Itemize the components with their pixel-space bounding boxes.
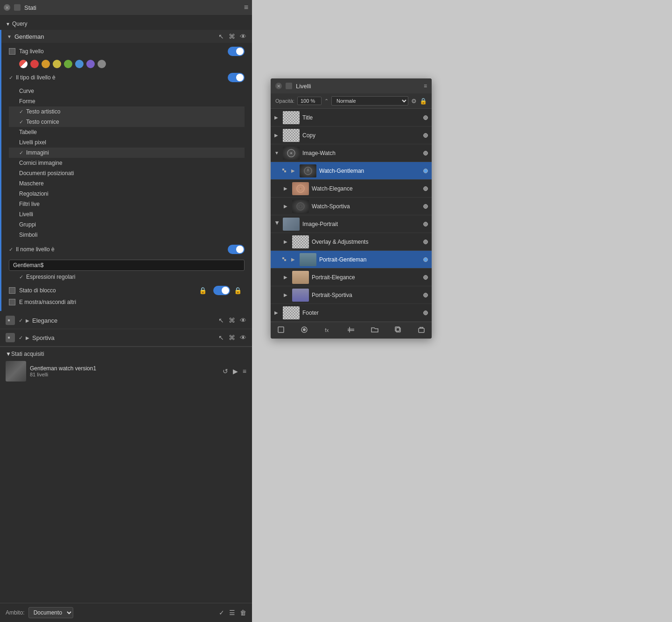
stato-blocco-toggle[interactable] [213,286,230,295]
stato-blocco-checkbox[interactable] [9,287,15,294]
layer-item-copy[interactable]: ▶ Copy [271,127,432,144]
list-item-testo-cornice[interactable]: ✓ Testo cornice [9,117,245,127]
undo-icon[interactable]: ↺ [223,368,228,375]
list-item-regolazioni[interactable]: Regolazioni [9,189,245,199]
opacity-input[interactable] [297,97,322,105]
bottom-delete[interactable]: 🗑 [240,609,246,616]
list-item-immagini[interactable]: ✓ Immagini [9,148,245,158]
layer-item-watch-elegance[interactable]: ▶ Watch-Elegance [271,180,432,198]
tag-livello-toggle[interactable] [228,47,245,56]
list-item-maschere[interactable]: Maschere [9,178,245,189]
layer-expand-footer[interactable]: ▶ [274,310,280,315]
color-dot-orange[interactable] [42,60,50,68]
color-dot-gray[interactable] [98,60,106,68]
list-item-tabelle[interactable]: Tabelle [9,127,245,137]
bottom-action-2[interactable]: ☰ [229,609,235,616]
layer-dot-copy [423,133,428,138]
layer-expand-watch-gentleman[interactable]: ▶ [291,168,297,173]
blend-btn[interactable] [345,325,357,336]
tag-livello-checkbox[interactable] [9,48,15,55]
list-item-filtri-live[interactable]: Filtri live [9,199,245,209]
immagini-check: ✓ [19,150,23,156]
panel-header: ✕ Stati ≡ [0,0,252,15]
close-button[interactable]: ✕ [4,4,10,11]
layer-expand-image-watch[interactable]: ▼ [274,150,280,156]
select-icon[interactable]: ↖ [218,33,224,40]
opacity-stepper[interactable]: ⌃ [324,98,329,104]
layer-item-portrait-elegance[interactable]: ▶ Portrait-Elegance [271,269,432,286]
layer-expand-copy[interactable]: ▶ [274,133,280,138]
layer-expand-watch-elegance[interactable]: ▶ [284,186,289,191]
ambito-select[interactable]: Documento [28,607,73,618]
gear-icon[interactable]: ⚙ [411,98,417,105]
layer-expand-title[interactable]: ▶ [274,115,280,120]
layer-item-watch-gentleman[interactable]: ▶ Watch-Gentleman [271,162,432,180]
layers-menu-icon[interactable]: ≡ [424,83,427,89]
elegance-query-item[interactable]: ✓ ▶ Elegance ↖ ⌘ 👁 [0,312,252,329]
bottom-action-1[interactable]: ✓ [219,609,224,616]
nome-livello-input[interactable] [9,260,245,271]
layer-item-image-watch[interactable]: ▼ Image-Watch [271,144,432,162]
layer-item-overlay[interactable]: ▶ Overlay & Adjustments [271,233,432,251]
layer-expand-portrait-gentleman[interactable]: ▶ [291,257,297,262]
duplicate-btn[interactable] [392,325,404,336]
color-dot-green[interactable] [64,60,72,68]
panel-menu-icon[interactable]: ≡ [244,3,248,12]
sportiva-query-item[interactable]: ✓ ▶ Sportiva ↖ ⌘ 👁 [0,329,252,346]
tipo-livello-label: Il tipo di livello è [16,74,228,81]
new-layer-btn[interactable] [275,325,287,336]
color-dot-striped[interactable] [19,60,28,68]
nome-livello-toggle[interactable] [228,245,245,254]
folder-btn[interactable] [369,325,380,336]
list-item-documenti[interactable]: Documenti posizionati [9,168,245,178]
color-dot-blue[interactable] [75,60,84,68]
list-item-simboli[interactable]: Simboli [9,230,245,240]
eye-icon[interactable]: 👁 [240,33,246,40]
layer-item-image-portrait[interactable]: ▶ Image-Portrait [271,215,432,233]
layer-expand-portrait-elegance[interactable]: ▶ [284,275,289,280]
menu-icon[interactable]: ≡ [243,368,246,375]
query-section-header[interactable]: ▼ Query [0,19,252,29]
fx-btn[interactable]: fx [322,325,333,336]
layer-item-title[interactable]: ▶ Title [271,109,432,127]
blend-select[interactable]: Normale [331,96,408,106]
bottom-bar: Ambito: Documento ✓ ☰ 🗑 [0,603,252,622]
layer-item-portrait-gentleman[interactable]: ▶ Portrait-Gentleman [271,251,432,269]
lock-icon[interactable]: 🔒 [420,98,427,105]
list-item-livelli-pixel[interactable]: Livelli pixel [9,137,245,148]
delete-btn[interactable] [416,325,427,336]
sportiva-eye-icon[interactable]: 👁 [240,334,246,341]
gentleman-header[interactable]: ▼ Gentleman ↖ ⌘ 👁 [1,30,252,43]
mostra-checkbox[interactable] [9,299,15,305]
layers-minimize-button[interactable] [286,83,292,89]
list-item-forme[interactable]: Forme [9,96,245,106]
layer-expand-watch-sportiva[interactable]: ▶ [284,204,289,209]
list-item-testo-artistico[interactable]: ✓ Testo artistico [9,106,245,117]
sportiva-select-icon[interactable]: ↖ [218,334,224,341]
elegance-link-icon[interactable]: ⌘ [229,317,235,324]
list-item-gruppi[interactable]: Gruppi [9,219,245,230]
list-item-immagini-label: Immagini [26,149,49,156]
layer-item-footer[interactable]: ▶ Footer [271,304,432,322]
layer-expand-overlay[interactable]: ▶ [284,239,289,244]
list-item-livelli[interactable]: Livelli [9,209,245,219]
color-dot-yellow[interactable] [53,60,61,68]
layer-item-portrait-sportiva[interactable]: ▶ Portrait-Sportiva [271,286,432,304]
list-item-curve[interactable]: Curve [9,86,245,96]
color-dot-red[interactable] [30,60,39,68]
bottom-actions: ✓ ☰ 🗑 [219,609,246,616]
layer-expand-portrait-sportiva[interactable]: ▶ [284,292,289,297]
list-item-cornici-immagine[interactable]: Cornici immagine [9,158,245,168]
link-icon[interactable]: ⌘ [229,33,235,40]
layer-item-watch-sportiva[interactable]: ▶ Watch-Sportiva [271,198,432,215]
tipo-livello-toggle[interactable] [228,73,245,82]
mask-btn[interactable] [299,325,310,336]
layers-close-button[interactable]: ✕ [275,83,282,89]
play-icon[interactable]: ▶ [233,368,238,375]
sportiva-link-icon[interactable]: ⌘ [229,334,235,341]
elegance-select-icon[interactable]: ↖ [218,317,224,324]
minimize-button[interactable] [14,4,21,11]
elegance-eye-icon[interactable]: 👁 [240,317,246,324]
layer-expand-image-portrait[interactable]: ▶ [275,221,280,227]
color-dot-purple[interactable] [86,60,95,68]
